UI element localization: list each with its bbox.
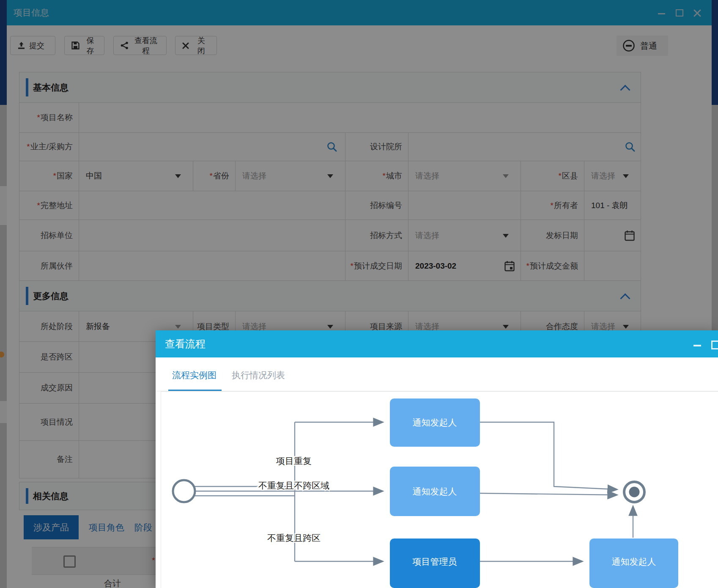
tab-execution-list[interactable]: 执行情况列表: [232, 369, 285, 381]
node-notify-top-label: 通知发起人: [413, 418, 457, 427]
tab-process-diagram[interactable]: 流程实例图: [172, 369, 216, 381]
view-process-modal: 查看流程 流程实例图 执行情况列表: [156, 330, 718, 588]
edge-notify-mid-to-end: [480, 493, 617, 495]
workflow-diagram: 通知发起人 通知发起人 项目管理员 通知发起人 项目重复 不重复且不跨区域 不重…: [156, 391, 718, 588]
active-tab-underline: [168, 390, 222, 391]
modal-title: 查看流程: [165, 337, 206, 351]
node-notify-right-label: 通知发起人: [612, 557, 656, 566]
modal-minimize-button[interactable]: [693, 340, 703, 349]
node-notify-mid-label: 通知发起人: [413, 486, 457, 496]
start-event-circle[interactable]: [173, 480, 195, 502]
modal-tabbar: 流程实例图 执行情况列表: [156, 357, 718, 391]
maximize-icon: [711, 341, 718, 349]
edge-notify-top-to-end: [480, 422, 617, 489]
edge-label-duplicate: 项目重复: [276, 456, 312, 466]
edge-label-not-duplicate-cross-region: 不重复且跨区: [267, 533, 321, 543]
end-event-dot: [629, 487, 640, 497]
workflow-edge-labels: 项目重复 不重复且不跨区域 不重复且跨区: [258, 456, 329, 543]
edge-label-not-duplicate-same-region: 不重复且不跨区域: [258, 481, 329, 490]
node-project-admin-label: 项目管理员: [412, 557, 457, 566]
minimize-icon: [693, 345, 701, 346]
modal-titlebar: 查看流程: [156, 330, 718, 357]
modal-maximize-button[interactable]: [710, 340, 718, 349]
screen: 项目信息 提交: [0, 0, 718, 588]
